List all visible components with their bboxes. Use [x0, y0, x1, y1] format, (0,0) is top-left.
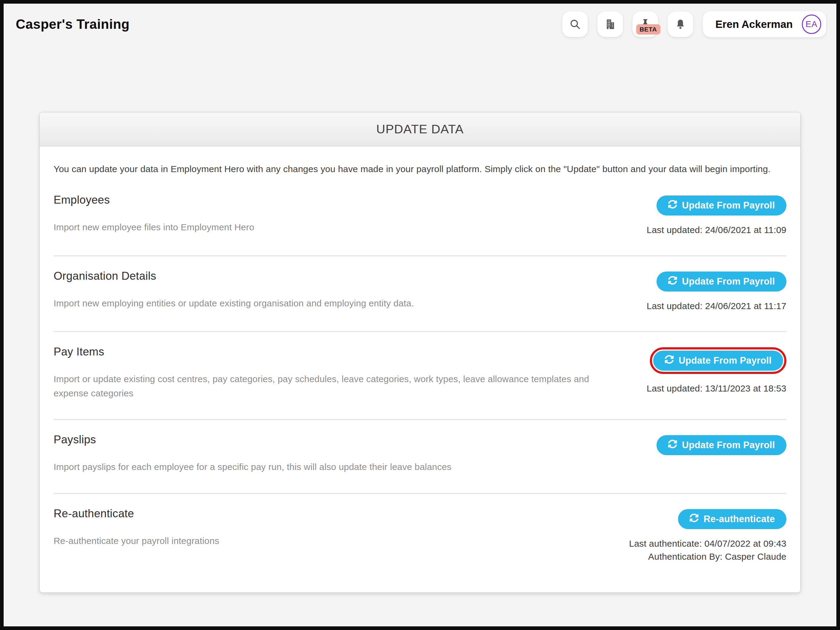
red-highlight-annotation: Update From Payroll [650, 347, 786, 374]
card-title: UPDATE DATA [376, 122, 464, 136]
search-icon [569, 19, 581, 30]
update-data-card: UPDATE DATA You can update your data in … [39, 112, 801, 593]
company-button[interactable] [597, 11, 623, 37]
section-description: Import payslips for each employee for a … [54, 460, 452, 474]
section-payslips: Payslips Import payslips for each employ… [54, 420, 786, 494]
section-description: Import or update existing cost centres, … [54, 372, 593, 400]
section-description: Import new employee files into Employmen… [54, 220, 254, 234]
section-re-authenticate: Re-authenticate Re-authenticate your pay… [54, 494, 786, 570]
section-organisation-details: Organisation Details Import new employin… [54, 256, 786, 332]
topbar: Casper's Training [4, 4, 836, 42]
intro-text: You can update your data in Employment H… [54, 164, 786, 174]
section-title: Pay Items [54, 345, 593, 358]
last-authenticate-text: Last authenticate: 04/07/2022 at 09:43 A… [629, 537, 786, 564]
section-pay-items: Pay Items Import or update existing cost… [54, 332, 786, 420]
notifications-button[interactable] [668, 11, 693, 37]
refresh-icon [668, 200, 677, 211]
bell-icon [675, 19, 686, 30]
user-avatar: EA [802, 14, 821, 34]
card-header: UPDATE DATA [39, 112, 801, 146]
topbar-actions: BETA Eren Ackerman EA [562, 11, 826, 37]
update-from-payroll-button-organisation[interactable]: Update From Payroll [657, 272, 786, 291]
page-title: Casper's Training [16, 17, 129, 32]
refresh-icon [668, 439, 677, 451]
section-description: Import new employing entities or update … [54, 296, 414, 310]
update-from-payroll-button-pay-items[interactable]: Update From Payroll [653, 351, 783, 370]
refresh-icon [690, 513, 699, 525]
update-data-page: { "header": { "title": "Casper's Trainin… [0, 0, 840, 630]
section-description: Re-authenticate your payroll integration… [54, 534, 219, 548]
last-updated-text: Last updated: 24/06/2021 at 11:17 [647, 299, 786, 313]
last-updated-text: Last updated: 24/06/2021 at 11:09 [647, 223, 786, 237]
card-body: You can update your data in Employment H… [39, 146, 801, 592]
refresh-icon [668, 276, 677, 287]
section-title: Employees [54, 194, 254, 206]
beta-labs-button[interactable]: BETA [633, 11, 658, 37]
last-updated-text: Last updated: 13/11/2023 at 18:53 [647, 382, 786, 395]
search-button[interactable] [562, 11, 588, 37]
company-building-icon [605, 19, 616, 30]
section-employees: Employees Import new employee files into… [54, 194, 786, 256]
update-from-payroll-button-employees[interactable]: Update From Payroll [657, 195, 786, 215]
beta-badge: BETA [636, 24, 660, 35]
update-from-payroll-button-payslips[interactable]: Update From Payroll [657, 435, 786, 455]
user-name: Eren Ackerman [715, 18, 793, 30]
re-authenticate-button[interactable]: Re-authenticate [678, 509, 786, 529]
section-title: Payslips [54, 433, 452, 446]
user-menu[interactable]: Eren Ackerman EA [703, 11, 826, 37]
section-title: Re-authenticate [54, 507, 219, 520]
refresh-icon [665, 355, 674, 366]
section-title: Organisation Details [54, 270, 414, 282]
